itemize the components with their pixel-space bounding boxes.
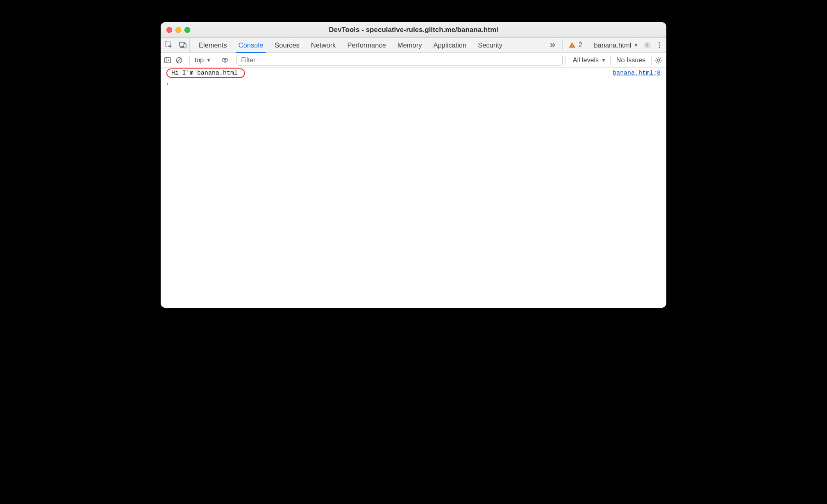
svg-rect-10 xyxy=(165,57,170,63)
filter-input[interactable] xyxy=(241,57,558,64)
device-toolbar-icon[interactable] xyxy=(179,41,187,49)
console-output: Hi I'm banana.html banana.html:8 › xyxy=(161,68,666,308)
svg-point-9 xyxy=(659,47,660,48)
tab-label: Security xyxy=(478,41,502,49)
close-window-button[interactable] xyxy=(166,27,172,33)
console-filter-bar: top ▼ All levels ▼ No Issues xyxy=(161,53,666,68)
svg-rect-4 xyxy=(572,44,573,46)
target-selector[interactable]: banana.html ▼ xyxy=(594,41,638,49)
toolbar-right: 2 banana.html ▼ xyxy=(546,38,666,52)
devtools-window: DevTools - speculative-rules.glitch.me/b… xyxy=(161,22,666,308)
settings-icon[interactable] xyxy=(643,41,651,49)
chevron-down-icon: ▼ xyxy=(206,57,211,63)
tab-label: Sources xyxy=(275,41,300,49)
console-settings-icon[interactable] xyxy=(654,57,663,64)
tab-elements[interactable]: Elements xyxy=(193,38,233,52)
console-prompt-row[interactable]: › xyxy=(161,79,666,90)
zoom-window-button[interactable] xyxy=(184,27,190,33)
console-log-source-link[interactable]: banana.html:8 xyxy=(613,70,661,77)
minimize-window-button[interactable] xyxy=(175,27,181,33)
filter-input-wrapper xyxy=(236,55,563,66)
inspect-element-icon[interactable] xyxy=(165,41,173,49)
annotation-highlight: Hi I'm banana.html xyxy=(166,68,245,78)
tab-label: Elements xyxy=(199,41,227,49)
svg-point-15 xyxy=(657,59,659,61)
kebab-menu-icon[interactable] xyxy=(656,41,663,49)
tab-label: Memory xyxy=(398,41,422,49)
main-toolbar: Elements Console Sources Network Perform… xyxy=(161,38,666,53)
console-log-message: Hi I'm banana.html xyxy=(171,70,238,77)
chevron-down-icon: ▼ xyxy=(601,57,606,63)
toggle-sidebar-icon[interactable] xyxy=(164,57,171,64)
tab-sources[interactable]: Sources xyxy=(269,38,305,52)
tab-memory[interactable]: Memory xyxy=(392,38,428,52)
tab-label: Network xyxy=(311,41,336,49)
tab-performance[interactable]: Performance xyxy=(341,38,391,52)
execution-context-selector[interactable]: top ▼ xyxy=(192,57,214,64)
log-level-selector[interactable]: All levels ▼ xyxy=(568,57,608,64)
tab-application[interactable]: Application xyxy=(427,38,472,52)
warning-count[interactable]: 2 xyxy=(568,41,582,49)
issues-label: No Issues xyxy=(616,57,645,64)
warning-count-value: 2 xyxy=(578,41,582,49)
tab-label: Console xyxy=(239,41,264,49)
tab-console[interactable]: Console xyxy=(233,38,269,52)
svg-point-8 xyxy=(659,44,660,45)
target-selector-label: banana.html xyxy=(594,41,631,49)
live-expression-icon[interactable] xyxy=(219,57,231,64)
svg-rect-3 xyxy=(184,43,186,48)
window-title: DevTools - speculative-rules.glitch.me/b… xyxy=(329,26,498,34)
panel-tabs: Elements Console Sources Network Perform… xyxy=(190,38,508,52)
chevron-down-icon: ▼ xyxy=(634,42,638,48)
more-tabs-icon[interactable] xyxy=(549,41,557,49)
svg-rect-5 xyxy=(572,46,573,47)
tab-label: Performance xyxy=(347,41,386,49)
titlebar: DevTools - speculative-rules.glitch.me/b… xyxy=(161,22,666,38)
tab-network[interactable]: Network xyxy=(305,38,342,52)
svg-point-14 xyxy=(224,59,226,61)
tab-security[interactable]: Security xyxy=(472,38,508,52)
window-controls xyxy=(166,27,190,33)
toolbar-left-icons xyxy=(161,38,190,52)
console-prompt-caret-icon: › xyxy=(166,80,169,88)
issues-counter[interactable]: No Issues xyxy=(613,57,649,64)
log-level-label: All levels xyxy=(573,57,599,64)
console-log-row[interactable]: Hi I'm banana.html banana.html:8 xyxy=(161,68,666,79)
execution-context-label: top xyxy=(195,57,204,64)
svg-point-6 xyxy=(646,44,648,46)
svg-line-13 xyxy=(177,58,181,62)
tab-label: Application xyxy=(433,41,466,49)
svg-point-7 xyxy=(659,42,660,43)
clear-console-icon[interactable] xyxy=(175,57,183,64)
